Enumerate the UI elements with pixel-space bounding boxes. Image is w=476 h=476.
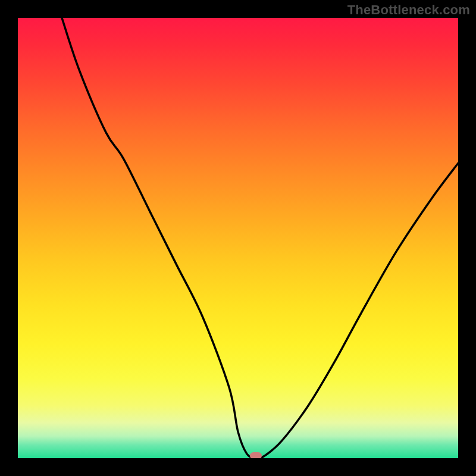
bottleneck-curve [18, 18, 458, 458]
plot-area [18, 18, 458, 458]
chart-frame: TheBottleneck.com [0, 0, 476, 476]
watermark-text: TheBottleneck.com [347, 2, 470, 18]
minimum-marker [250, 452, 262, 458]
curve-path [62, 18, 458, 458]
